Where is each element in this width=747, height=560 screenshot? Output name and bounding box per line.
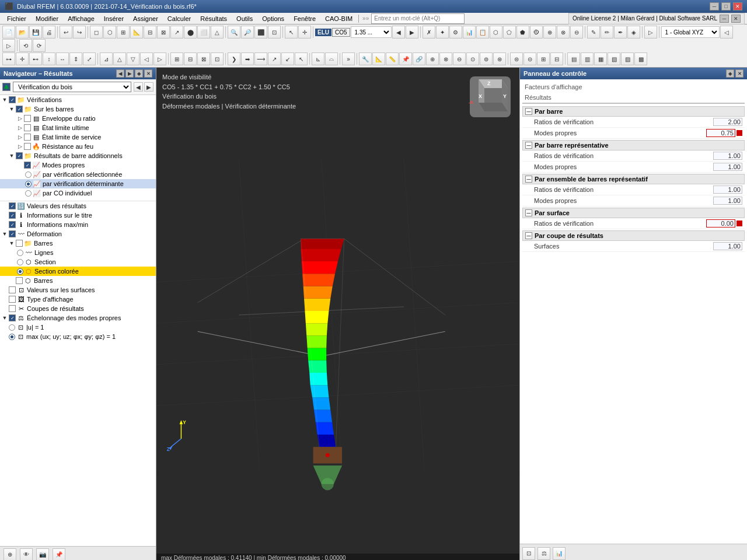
check-resultats-barres[interactable]: ✓ xyxy=(16,152,23,159)
tb-b9[interactable]: ⬜ xyxy=(197,26,210,38)
collapse-par-barre-repr[interactable]: ─ xyxy=(525,142,532,149)
tb-r9[interactable]: △ xyxy=(113,52,126,65)
tb-c2[interactable]: ✦ xyxy=(436,26,449,38)
tb-r34[interactable]: ⊙ xyxy=(466,52,479,65)
rp-tb-2[interactable]: ⚖ xyxy=(537,547,550,560)
tb-b1[interactable]: ◻ xyxy=(90,26,103,38)
co5-badge[interactable]: CO5 xyxy=(332,28,350,37)
nav-max-u[interactable]: ⊡ max (ux; uy; uz; φx; φy; φz) = 1 xyxy=(0,332,156,341)
tb-c7[interactable]: ⬠ xyxy=(503,26,516,38)
nav-close[interactable]: ✕ xyxy=(144,69,152,78)
tb-zoom-win[interactable]: ⊡ xyxy=(268,26,281,38)
section-par-barre-header[interactable]: ─ Par barre xyxy=(522,106,745,117)
nav-section-coloree[interactable]: ⬡ Section colorée xyxy=(0,267,156,276)
tb-r10[interactable]: ▽ xyxy=(127,52,139,65)
nav-par-co-individuel[interactable]: 📈 par CO individuel xyxy=(0,188,156,198)
tb-anim[interactable]: ▷ xyxy=(644,26,657,38)
expand-resistance-feu[interactable]: ▷ xyxy=(16,143,23,150)
tb-r16[interactable]: ⊡ xyxy=(211,52,224,65)
nav-barres2[interactable]: ▷ ⬡ Barres xyxy=(0,276,156,285)
license-min[interactable]: ─ xyxy=(720,15,729,23)
nav-coupes-resultats[interactable]: ▷ ✂ Coupes de résultats xyxy=(0,304,156,313)
tb-r4[interactable]: ↕ xyxy=(43,52,55,65)
check-type-affichage[interactable] xyxy=(9,296,16,303)
navigator-header-buttons[interactable]: ◀ ▶ ◈ ✕ xyxy=(116,69,152,78)
section-par-barre-repr-header[interactable]: ─ Par barre représentative xyxy=(522,140,745,150)
tb-e4[interactable]: ⟳ xyxy=(33,39,46,52)
tb-r17[interactable]: ❯ xyxy=(228,52,240,65)
tb-fit[interactable]: ⬛ xyxy=(254,26,267,38)
expand-enveloppe[interactable]: ▷ xyxy=(16,115,23,122)
tb-r24[interactable]: ⌓ xyxy=(325,52,338,65)
tb-save[interactable]: 💾 xyxy=(29,26,42,38)
value-surfaces-par-coupe[interactable] xyxy=(713,242,742,250)
tb-r33[interactable]: ⊖ xyxy=(453,52,466,65)
title-bar-controls[interactable]: ─ □ ✕ xyxy=(710,2,742,10)
radio-par-verif-selectionnee[interactable] xyxy=(25,172,32,178)
menu-options[interactable]: Options xyxy=(257,14,289,23)
collapse-par-ensemble[interactable]: ─ xyxy=(525,176,532,183)
check-info-maxmin[interactable]: ✓ xyxy=(9,221,16,228)
tb-r26[interactable]: 🔧 xyxy=(359,52,372,65)
menu-resultats[interactable]: Résultats xyxy=(196,14,232,23)
tb-r20[interactable]: ↗ xyxy=(268,52,281,65)
tb-r41[interactable]: ▤ xyxy=(567,52,580,65)
expand-resultats-barres[interactable]: ▼ xyxy=(8,152,15,159)
search-input[interactable] xyxy=(371,13,465,24)
check-info-titre[interactable]: ✓ xyxy=(9,212,16,219)
elu-badge[interactable]: ELU xyxy=(315,29,331,36)
left-panel-add[interactable]: ⊕ xyxy=(4,548,16,561)
right-panel-pin[interactable]: ◈ xyxy=(726,69,734,78)
tb-b4[interactable]: 📐 xyxy=(130,26,143,38)
nav-section[interactable]: ⬡ Section xyxy=(0,257,156,267)
nav-echelonnage[interactable]: ▼ ✓ ⚖ Échelonnage des modes propres xyxy=(0,313,156,323)
tb-c11[interactable]: ⊗ xyxy=(557,26,570,38)
close-button[interactable]: ✕ xyxy=(733,2,742,10)
tb-prev-result[interactable]: ◀ xyxy=(392,26,405,38)
right-panel-header-buttons[interactable]: ◈ ✕ xyxy=(726,69,743,78)
radio-section-coloree[interactable] xyxy=(17,268,23,275)
tb-r7[interactable]: ⤢ xyxy=(83,52,96,65)
rp-tb-1[interactable]: ⊡ xyxy=(522,547,535,560)
nav-next[interactable]: ▶ xyxy=(144,82,153,92)
nav-dropdown-select[interactable]: Vérification du bois xyxy=(13,82,131,92)
tb-c6[interactable]: ⬡ xyxy=(490,26,502,38)
nav-verifications[interactable]: ▼ ✓ 📁 Vérifications xyxy=(0,95,156,104)
tb-b7[interactable]: ↗ xyxy=(170,26,183,38)
tb-d3[interactable]: ✒ xyxy=(614,26,627,38)
tb-c8[interactable]: ⬟ xyxy=(516,26,529,38)
expand-echelonnage[interactable]: ▼ xyxy=(1,314,8,321)
tb-b6[interactable]: ⊠ xyxy=(157,26,170,38)
tb-r43[interactable]: ▦ xyxy=(594,52,607,65)
check-modes-propres[interactable]: ✓ xyxy=(24,162,31,169)
tb-e1[interactable]: ◁ xyxy=(720,26,733,38)
tb-print[interactable]: 🖨 xyxy=(43,26,55,38)
nav-enveloppe[interactable]: ▷ ▤ Enveloppe du ratio xyxy=(0,114,156,123)
nav-prev[interactable]: ◀ xyxy=(134,82,143,92)
maximize-button[interactable]: □ xyxy=(721,2,731,10)
tb-b2[interactable]: ⬡ xyxy=(103,26,116,38)
menu-affichage[interactable]: Affichage xyxy=(63,14,99,23)
radio-par-verif-determinante[interactable] xyxy=(25,181,32,187)
menu-outils[interactable]: Outils xyxy=(232,14,257,23)
tb-redo[interactable]: ↪ xyxy=(73,26,86,38)
menu-modifier[interactable]: Modifier xyxy=(31,14,63,23)
nav-etat-ultime[interactable]: ▷ ▤ État limite ultime xyxy=(0,123,156,132)
tb-c3[interactable]: ⚙ xyxy=(449,26,462,38)
nav-valeurs-surfaces[interactable]: ▷ ⊡ Valeurs sur les surfaces xyxy=(0,285,156,295)
tb-r22[interactable]: ↖ xyxy=(295,52,308,65)
tb-r38[interactable]: ⊝ xyxy=(523,52,536,65)
nav-resultats-barres[interactable]: ▼ ✓ 📁 Résultats de barre additionnels xyxy=(0,151,156,160)
nav-prev-next[interactable]: ◀ ▶ xyxy=(134,82,153,92)
section-par-coupe-header[interactable]: ─ Par coupe de résultats xyxy=(522,230,745,241)
left-panel-camera[interactable]: 📷 xyxy=(36,548,49,561)
tb-r35[interactable]: ⊚ xyxy=(480,52,493,65)
load-combo-select[interactable]: 1.35 ... xyxy=(351,26,392,38)
nav-par-verif-selectionnee[interactable]: 📈 par vérification sélectionnée xyxy=(0,170,156,179)
radio-lignes[interactable] xyxy=(17,250,23,256)
check-coupes-resultats[interactable] xyxy=(9,305,16,312)
tb-e3[interactable]: ⟲ xyxy=(19,39,32,52)
value-ratios-par-barre[interactable] xyxy=(713,118,742,126)
tb-r1[interactable]: ⊶ xyxy=(2,52,15,65)
tb-r18[interactable]: ➡ xyxy=(241,52,254,65)
